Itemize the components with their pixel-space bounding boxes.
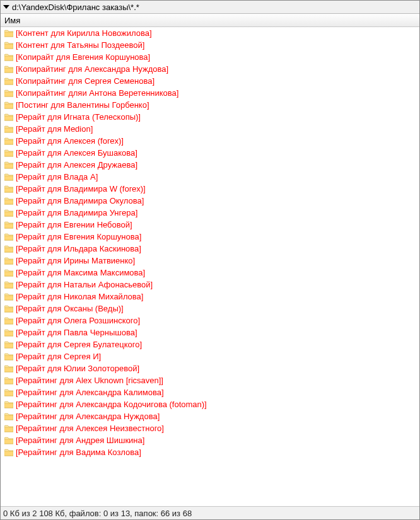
folder-name: [Рерайт для Medion]: [16, 123, 93, 135]
column-header-name[interactable]: Имя: [4, 16, 20, 25]
dropdown-triangle-icon[interactable]: [3, 5, 9, 9]
folder-name: [Рерайтинг для Александра Кодочигова (fo…: [16, 398, 207, 410]
folder-icon: [4, 425, 13, 432]
folder-row[interactable]: [Рерайт для Евгении Небовой]: [1, 219, 419, 231]
folder-row[interactable]: [Рерайт для Олега Розшинского]: [1, 315, 419, 326]
folder-name: [Копирайт для Евгения Коршунова]: [16, 51, 150, 63]
folder-icon: [4, 233, 13, 241]
folder-row[interactable]: [Рерайт для Алексея (forex)]: [1, 135, 419, 147]
folder-name: [Рерайт для Сергея И]: [16, 350, 101, 362]
folder-row[interactable]: [Рерайт для Алексея Дружаева]: [1, 159, 419, 171]
folder-icon: [4, 54, 13, 61]
folder-row[interactable]: [Рерайтинг для Алексея Неизвестного]: [1, 422, 419, 434]
folder-icon: [4, 353, 13, 361]
folder-row[interactable]: [Рерайт для Ильдара Каскинова]: [1, 243, 419, 255]
folder-name: [Рерайтинг для Александра Нуждова]: [16, 410, 160, 422]
folder-icon: [4, 449, 13, 456]
folder-icon: [4, 329, 13, 337]
folder-row[interactable]: [Рерайтинг для Александра Нуждова]: [1, 410, 419, 422]
folder-icon: [4, 413, 13, 420]
folder-row[interactable]: [Рерайт для Юлии Золоторевой]: [1, 362, 419, 374]
folder-row[interactable]: [Контент для Татьяны Поздеевой]: [1, 39, 419, 51]
folder-icon: [4, 149, 13, 157]
folder-name: [Рерайтинг для Александра Калимова]: [16, 386, 164, 398]
folder-row[interactable]: [Рерайт для Алексея Бушакова]: [1, 147, 419, 159]
folder-row[interactable]: [Постинг для Валентины Горбенко]: [1, 99, 419, 111]
folder-row[interactable]: [Копирайтинг для Александра Нуждова]: [1, 63, 419, 75]
folder-row[interactable]: [Копирайтинг для Сергея Семенова]: [1, 75, 419, 87]
folder-row[interactable]: [Копирайтинг дляи Антона Веретенникова]: [1, 87, 419, 99]
folder-row[interactable]: [Рерайт для Николая Михайлова]: [1, 291, 419, 303]
folder-row[interactable]: [Рерайтинг для Вадима Козлова]: [1, 446, 419, 458]
folder-icon: [4, 137, 13, 145]
folder-row[interactable]: [Рерайтинг для Александра Калимова]: [1, 386, 419, 398]
folder-icon: [4, 209, 13, 217]
folder-name: [Копирайтинг для Сергея Семенова]: [16, 75, 155, 87]
folder-icon: [4, 78, 13, 85]
folder-name: [Рерайт для Евгении Небовой]: [16, 219, 132, 231]
folder-row[interactable]: [Рерайт для Влада А]: [1, 171, 419, 183]
folder-name: [Рерайт для Алексея Бушакова]: [16, 147, 137, 159]
current-path: d:\YandexDisk\Фриланс заказы\*.*: [12, 3, 139, 12]
folder-name: [Рерайт для Алексея (forex)]: [16, 135, 124, 147]
folder-name: [Рерайтинг для Алексея Неизвестного]: [16, 422, 164, 434]
folder-row[interactable]: [Рерайт для Сергея Булатецкого]: [1, 338, 419, 350]
folder-name: [Рерайт для Николая Михайлова]: [16, 291, 143, 303]
folder-icon: [4, 269, 13, 277]
folder-row[interactable]: [Рерайт для Ирины Матвиенко]: [1, 255, 419, 267]
folder-row[interactable]: [Рерайт для Сергея И]: [1, 350, 419, 362]
folder-icon: [4, 161, 13, 169]
folder-row[interactable]: [Рерайт для Владимира Окулова]: [1, 195, 419, 207]
folder-icon: [4, 245, 13, 253]
folder-icon: [4, 317, 13, 325]
folder-icon: [4, 173, 13, 181]
folder-row[interactable]: [Рерайтинг для Alex Uknown [ricsaven]]: [1, 374, 419, 386]
folder-icon: [4, 90, 13, 97]
folder-icon: [4, 341, 13, 349]
folder-row[interactable]: [Рерайт для Максима Максимова]: [1, 267, 419, 279]
column-header-bar[interactable]: Имя: [1, 14, 419, 27]
folder-row[interactable]: [Рерайт для Medion]: [1, 123, 419, 135]
folder-icon: [4, 293, 13, 301]
path-bar[interactable]: d:\YandexDisk\Фриланс заказы\*.*: [1, 1, 419, 14]
folder-name: [Рерайт для Ильдара Каскинова]: [16, 243, 141, 255]
folder-row[interactable]: [Рерайт для Натальи Афонасьевой]: [1, 279, 419, 291]
status-bar: 0 Кб из 2 108 Кб, файлов: 0 из 13, папок…: [1, 506, 419, 519]
folder-row[interactable]: [Рерайтинг для Андрея Шишкина]: [1, 434, 419, 446]
folder-name: [Контент для Татьяны Поздеевой]: [16, 39, 144, 51]
folder-name: [Рерайт для Юлии Золоторевой]: [16, 362, 139, 374]
folder-row[interactable]: [Копирайт для Евгения Коршунова]: [1, 51, 419, 63]
folder-row[interactable]: [Рерайт для Владимира Унгера]: [1, 207, 419, 219]
folder-name: [Рерайт для Сергея Булатецкого]: [16, 338, 142, 350]
folder-name: [Рерайт для Владимира W (forex)]: [16, 183, 146, 195]
folder-icon: [4, 30, 13, 37]
folder-row[interactable]: [Контент для Кирилла Новожилова]: [1, 27, 419, 39]
folder-name: [Рерайтинг для Вадима Козлова]: [16, 446, 141, 458]
folder-name: [Рерайт для Олега Розшинского]: [16, 315, 140, 326]
folder-icon: [4, 305, 13, 313]
folder-name: [Рерайт для Игната (Телескопы)]: [16, 111, 141, 123]
folder-name: [Рерайт для Ирины Матвиенко]: [16, 255, 135, 267]
folder-name: [Постинг для Валентины Горбенко]: [16, 99, 149, 111]
file-list[interactable]: [Контент для Кирилла Новожилова][Контент…: [1, 27, 419, 506]
folder-name: [Копирайтинг для Александра Нуждова]: [16, 63, 168, 75]
folder-name: [Контент для Кирилла Новожилова]: [16, 27, 152, 39]
folder-icon: [4, 66, 13, 73]
folder-name: [Рерайт для Евгения Коршунова]: [16, 231, 141, 243]
folder-icon: [4, 365, 13, 373]
folder-name: [Рерайт для Влада А]: [16, 171, 98, 183]
folder-row[interactable]: [Рерайт для Владимира W (forex)]: [1, 183, 419, 195]
folder-name: [Рерайт для Оксаны (Веды)]: [16, 303, 124, 315]
folder-name: [Рерайтинг для Андрея Шишкина]: [16, 434, 144, 446]
status-text: 0 Кб из 2 108 Кб, файлов: 0 из 13, папок…: [3, 509, 192, 518]
folder-row[interactable]: [Рерайт для Оксаны (Веды)]: [1, 303, 419, 315]
folder-row[interactable]: [Рерайт для Евгения Коршунова]: [1, 231, 419, 243]
folder-row[interactable]: [Рерайтинг для Александра Кодочигова (fo…: [1, 398, 419, 410]
folder-icon: [4, 42, 13, 49]
folder-icon: [4, 101, 13, 109]
folder-icon: [4, 257, 13, 265]
folder-name: [Копирайтинг дляи Антона Веретенникова]: [16, 87, 178, 99]
folder-row[interactable]: [Рерайт для Игната (Телескопы)]: [1, 111, 419, 123]
folder-row[interactable]: [Рерайт для Павла Чернышова]: [1, 326, 419, 338]
folder-icon: [4, 281, 13, 289]
